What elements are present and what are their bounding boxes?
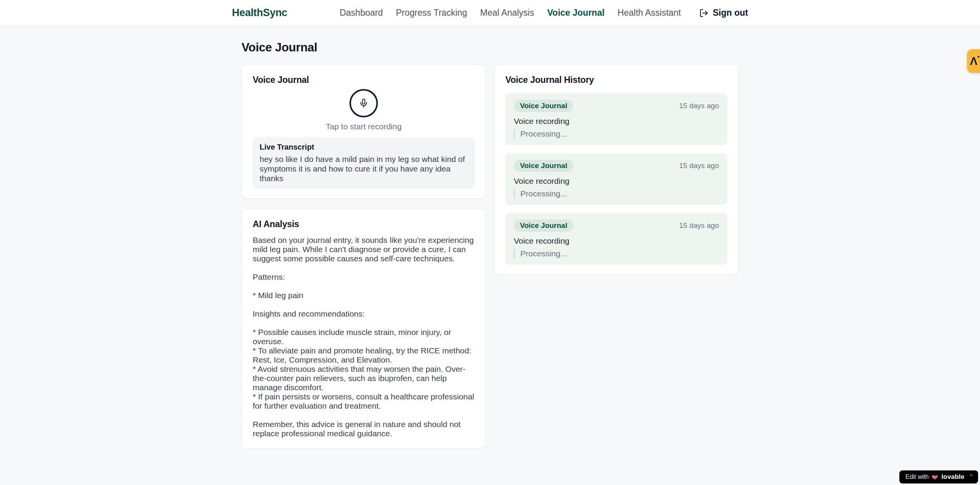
header-container: HealthSync Dashboard Progress Tracking M… — [232, 7, 748, 19]
voice-recorder-card: Voice Journal Tap to start recording — [242, 64, 486, 199]
ai-analysis-card: AI Analysis Based on your journal entry,… — [242, 209, 486, 449]
side-lambda-badge-button[interactable]: Λ — [967, 49, 980, 73]
nav-item-voice-journal[interactable]: Voice Journal — [547, 8, 604, 18]
ai-analysis-title: AI Analysis — [253, 219, 475, 229]
nav-item-dashboard[interactable]: Dashboard — [339, 8, 383, 18]
sign-out-button[interactable]: Sign out — [699, 8, 748, 18]
entry-type-badge: Voice Journal — [514, 100, 573, 112]
recorder-card-title: Voice Journal — [253, 75, 475, 85]
history-entry: Voice Journal 15 days ago Voice recordin… — [505, 213, 727, 265]
main-nav: Dashboard Progress Tracking Meal Analysi… — [339, 8, 748, 18]
nav-item-meal-analysis[interactable]: Meal Analysis — [480, 8, 534, 18]
entry-processing-status: Processing... — [514, 249, 719, 258]
entry-processing-status: Processing... — [514, 129, 719, 139]
entry-label: Voice recording — [514, 177, 719, 186]
microphone-icon — [359, 98, 369, 108]
entry-type-badge: Voice Journal — [514, 219, 573, 232]
history-entry: Voice Journal 15 days ago Voice recordin… — [505, 93, 727, 145]
live-transcript-text: hey so like I do have a mild pain in my … — [260, 154, 468, 183]
entry-label: Voice recording — [514, 236, 719, 246]
lovable-prefix-label: Edit with — [906, 473, 929, 480]
sign-out-label: Sign out — [713, 8, 748, 18]
live-transcript-box: Live Transcript hey so like I do have a … — [253, 137, 475, 188]
page-title: Voice Journal — [242, 41, 738, 54]
edit-with-lovable-badge[interactable]: Edit with lovable × — [899, 470, 978, 483]
entry-timestamp: 15 days ago — [679, 221, 719, 230]
tap-to-record-hint: Tap to start recording — [326, 122, 401, 131]
ai-analysis-body: Based on your journal entry, it sounds l… — [253, 236, 475, 438]
history-card-title: Voice Journal History — [505, 75, 727, 85]
left-column: Voice Journal Tap to start recording — [242, 64, 486, 449]
voice-journal-history-card: Voice Journal History Voice Journal 15 d… — [494, 64, 738, 275]
lovable-close-icon[interactable]: × — [970, 472, 973, 478]
record-button[interactable] — [349, 89, 378, 117]
nav-item-health-assistant[interactable]: Health Assistant — [617, 8, 681, 18]
nav-item-progress-tracking[interactable]: Progress Tracking — [396, 8, 467, 18]
app-header: HealthSync Dashboard Progress Tracking M… — [0, 0, 980, 26]
entry-type-badge: Voice Journal — [514, 160, 573, 172]
lovable-brand-label: lovable — [941, 473, 964, 481]
live-transcript-title: Live Transcript — [260, 143, 468, 152]
content-grid: Voice Journal Tap to start recording — [242, 64, 738, 449]
entry-timestamp: 15 days ago — [679, 102, 719, 110]
history-entry: Voice Journal 15 days ago Voice recordin… — [505, 153, 727, 205]
recorder-area: Tap to start recording — [253, 89, 475, 131]
lovable-heart-icon — [932, 474, 938, 480]
main-content: Voice Journal Voice Journal — [242, 26, 738, 449]
entry-processing-status: Processing... — [514, 189, 719, 198]
sign-out-icon — [699, 8, 709, 18]
entry-label: Voice recording — [514, 117, 719, 126]
right-column: Voice Journal History Voice Journal 15 d… — [494, 64, 738, 275]
history-entry-header: Voice Journal 15 days ago — [514, 160, 719, 172]
lambda-logo-icon: Λ — [970, 56, 977, 67]
brand-logo[interactable]: HealthSync — [232, 7, 287, 19]
history-entry-header: Voice Journal 15 days ago — [514, 219, 719, 232]
history-entry-header: Voice Journal 15 days ago — [514, 100, 719, 112]
entry-timestamp: 15 days ago — [679, 162, 719, 170]
